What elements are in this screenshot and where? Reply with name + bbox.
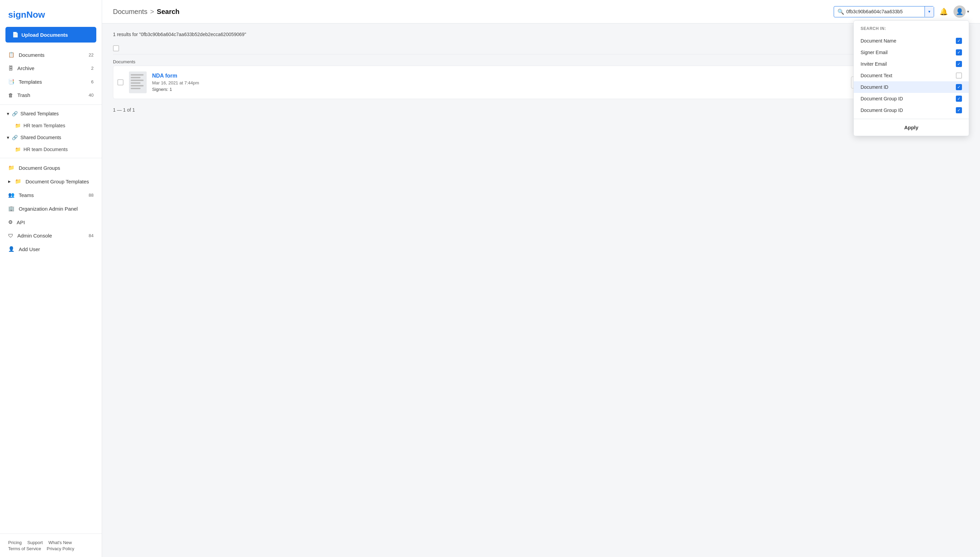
- doc-thumb-line-2: [131, 77, 140, 78]
- doc-thumbnail: [129, 72, 147, 93]
- shared-templates-icon: 🔗: [12, 111, 18, 116]
- upload-icon: 📄: [12, 32, 19, 38]
- doc-thumbnail-lines: [131, 74, 145, 91]
- sidebar-item-trash[interactable]: 🗑 Trash 40: [0, 88, 102, 102]
- document-group-templates-icon: 📁: [15, 178, 21, 184]
- apply-button[interactable]: Apply: [854, 119, 969, 136]
- search-filter-panel: SEARCH IN: Document Name ✓ Signer Email …: [853, 20, 969, 136]
- sidebar-item-add-user[interactable]: 👤 Add User: [0, 242, 102, 256]
- chevron-down-icon-2: ▾: [7, 135, 9, 140]
- sidebar-item-hr-team-documents[interactable]: 📁 HR team Documents: [0, 143, 102, 155]
- app-logo: signNow: [0, 0, 102, 27]
- support-link[interactable]: Support: [27, 540, 43, 545]
- filter-document-name[interactable]: Document Name ✓: [854, 35, 969, 47]
- sidebar-item-document-group-templates[interactable]: ▸ 📁 Document Group Templates: [0, 174, 102, 188]
- templates-icon: 📑: [8, 78, 15, 85]
- nav-divider-2: [0, 158, 102, 158]
- filter-inviter-email[interactable]: Inviter Email ✓: [854, 58, 969, 70]
- search-input-wrap: 🔍: [834, 7, 925, 17]
- bell-icon: 🔔: [939, 8, 948, 16]
- breadcrumb-parent[interactable]: Documents: [113, 8, 147, 16]
- doc-row-checkbox[interactable]: [117, 79, 124, 85]
- search-input[interactable]: [846, 9, 921, 14]
- search-in-title: SEARCH IN:: [854, 26, 969, 35]
- pagination: 1 — 1 of 1: [113, 102, 969, 118]
- add-user-icon: 👤: [8, 246, 15, 252]
- results-summary: 1 results for "0fb3c90b6a604c7aa633b52de…: [113, 32, 969, 37]
- filter-document-name-label: Document Name: [861, 38, 896, 44]
- archive-icon: 🗄: [8, 65, 13, 71]
- filter-inviter-email-label: Inviter Email: [861, 61, 887, 67]
- doc-thumb-line-1: [131, 74, 143, 75]
- filter-document-group-id[interactable]: Document Group ID ✓: [854, 93, 969, 104]
- top-bar: Documents > Search 🔍 ▾ 🔔 👤 ▾: [102, 0, 980, 23]
- sidebar-footer: Pricing Support What's New Terms of Serv…: [0, 534, 102, 557]
- filter-document-name-checkbox[interactable]: ✓: [956, 38, 962, 44]
- sidebar-item-document-groups[interactable]: 📁 Document Groups: [0, 161, 102, 174]
- trash-icon: 🗑: [8, 92, 13, 98]
- filter-document-group-id-2[interactable]: Document Group ID ✓: [854, 104, 969, 116]
- app-name: signNow: [8, 10, 45, 20]
- filter-document-text-checkbox[interactable]: [956, 72, 962, 78]
- filter-document-text-label: Document Text: [861, 73, 892, 78]
- sidebar: signNow 📄 Upload Documents 📋 Documents 2…: [0, 0, 102, 557]
- upload-documents-button[interactable]: 📄 Upload Documents: [5, 27, 96, 42]
- notifications-button[interactable]: 🔔: [939, 8, 948, 16]
- search-icon: 🔍: [837, 8, 844, 15]
- sidebar-item-archive[interactable]: 🗄 Archive 2: [0, 62, 102, 75]
- results-prefix: 1 results for: [113, 32, 139, 37]
- filter-document-id[interactable]: Document ID ✓: [854, 81, 969, 93]
- avatar: 👤: [954, 5, 966, 18]
- breadcrumb: Documents > Search: [113, 8, 180, 16]
- top-bar-right: 🔍 ▾ 🔔 👤 ▾: [833, 5, 969, 18]
- document-groups-icon: 📁: [8, 164, 15, 171]
- documents-section-label: Documents: [113, 57, 969, 66]
- doc-thumb-line-3: [131, 80, 143, 81]
- documents-icon: 📋: [8, 52, 15, 58]
- avatar-icon: 👤: [956, 8, 963, 15]
- breadcrumb-separator: >: [150, 8, 154, 16]
- shared-documents-icon: 🔗: [12, 135, 18, 140]
- sidebar-item-api[interactable]: ⚙ API: [0, 215, 102, 229]
- content-area: 1 results for "0fb3c90b6a604c7aa633b52de…: [102, 23, 980, 557]
- filter-document-id-label: Document ID: [861, 85, 889, 90]
- filter-inviter-email-checkbox[interactable]: ✓: [956, 61, 962, 67]
- filter-document-text[interactable]: Document Text: [854, 70, 969, 81]
- chevron-down-icon: ▾: [7, 111, 9, 116]
- filter-document-group-id-checkbox[interactable]: ✓: [956, 96, 962, 102]
- admin-icon: 🛡: [8, 233, 13, 238]
- doc-name[interactable]: NDA form: [152, 73, 846, 79]
- sidebar-item-documents[interactable]: 📋 Documents 22: [0, 48, 102, 62]
- doc-thumb-line-6: [131, 88, 140, 89]
- whats-new-link[interactable]: What's New: [48, 540, 72, 545]
- api-icon: ⚙: [8, 219, 13, 225]
- terms-link[interactable]: Terms of Service: [8, 546, 41, 551]
- sidebar-item-admin-console[interactable]: 🛡 Admin Console 84: [0, 229, 102, 242]
- chevron-right-icon: ▸: [8, 178, 11, 184]
- filter-signer-email-checkbox[interactable]: ✓: [956, 49, 962, 55]
- shared-documents-header[interactable]: ▾ 🔗 Shared Documents: [0, 131, 102, 143]
- search-filter-dropdown-button[interactable]: ▾: [925, 7, 934, 17]
- filter-document-group-id-2-label: Document Group ID: [861, 107, 903, 113]
- pricing-link[interactable]: Pricing: [8, 540, 22, 545]
- sidebar-item-org-admin[interactable]: 🏢 Organization Admin Panel: [0, 202, 102, 215]
- doc-thumb-line-5: [131, 85, 143, 86]
- breadcrumb-current: Search: [157, 8, 180, 16]
- doc-signers: Signers: 1: [152, 87, 846, 92]
- select-all-checkbox[interactable]: [113, 45, 119, 51]
- filter-signer-email[interactable]: Signer Email ✓: [854, 47, 969, 58]
- filter-document-group-id-2-checkbox[interactable]: ✓: [956, 107, 962, 113]
- doc-date: Mar 16, 2021 at 7:44pm: [152, 80, 846, 85]
- shared-templates-header[interactable]: ▾ 🔗 Shared Templates: [0, 107, 102, 120]
- doc-thumb-line-4: [131, 82, 140, 84]
- sidebar-item-templates[interactable]: 📑 Templates 6: [0, 75, 102, 88]
- select-all-row: [113, 42, 969, 54]
- sidebar-item-hr-team-templates[interactable]: 📁 HR team Templates: [0, 120, 102, 131]
- filter-signer-email-label: Signer Email: [861, 50, 887, 55]
- filter-document-id-checkbox[interactable]: ✓: [956, 84, 962, 90]
- search-container: 🔍 ▾: [833, 6, 934, 17]
- sidebar-item-teams[interactable]: 👥 Teams 88: [0, 188, 102, 202]
- user-avatar-button[interactable]: 👤 ▾: [954, 5, 969, 18]
- doc-info: NDA form Mar 16, 2021 at 7:44pm Signers:…: [152, 73, 846, 92]
- privacy-link[interactable]: Privacy Policy: [47, 546, 74, 551]
